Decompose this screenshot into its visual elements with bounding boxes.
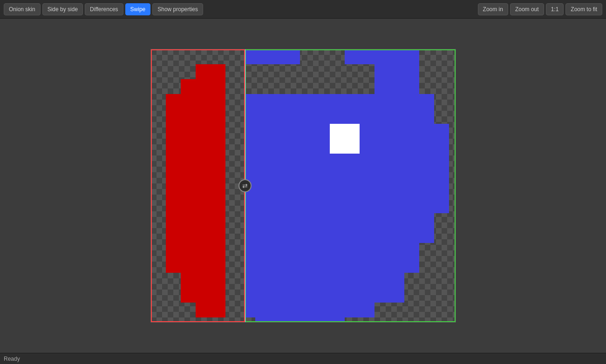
zoom-to-fit-button[interactable]: Zoom to fit [565,3,602,15]
show-properties-button[interactable]: Show properties [152,3,203,15]
swipe-right-panel [245,49,456,322]
onion-skin-button[interactable]: Onion skin [4,3,41,15]
differences-button[interactable]: Differences [85,3,123,15]
swipe-button[interactable]: Swipe [125,3,151,15]
zoom-1-1-button[interactable]: 1:1 [546,3,564,15]
image-container[interactable]: ⇄ [150,49,456,323]
toolbar: Onion skin Side by side Differences Swip… [0,0,606,19]
zoom-out-button[interactable]: Zoom out [510,3,544,15]
zoom-controls: Zoom in Zoom out 1:1 Zoom to fit [478,3,602,15]
swipe-handle[interactable]: ⇄ [238,179,252,192]
side-by-side-button[interactable]: Side by side [42,3,83,15]
zoom-in-button[interactable]: Zoom in [478,3,508,15]
status-text: Ready [4,356,20,362]
statusbar: Ready [0,353,606,364]
canvas-area: ⇄ [0,19,606,353]
swipe-handle-icon: ⇄ [242,182,248,189]
swipe-left-panel [151,49,245,322]
